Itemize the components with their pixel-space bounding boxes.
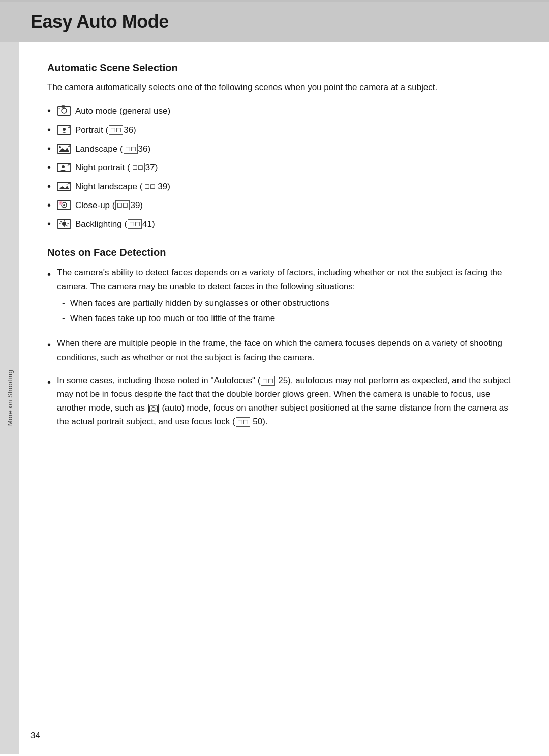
sub-list-item: When faces take up too much or too littl… xyxy=(62,312,518,325)
landscape-ref: ◻◻ xyxy=(124,144,138,154)
svg-line-24 xyxy=(61,221,62,222)
face-detect-text-1: The camera's ability to detect faces dep… xyxy=(57,266,518,293)
list-item: ★ Night portrait (◻◻ 37) xyxy=(47,160,518,175)
night-portrait-icon: ★ xyxy=(57,162,71,173)
face-detection-section: Notes on Face Detection The camera's abi… xyxy=(47,247,518,428)
closeup-ref: ◻◻ xyxy=(115,200,130,210)
night-portrait-ref: ◻◻ xyxy=(131,163,145,172)
autofocus-ref-icon: ◻◻ xyxy=(261,376,275,386)
backlighting-ref: ◻◻ xyxy=(128,219,142,229)
svg-point-16 xyxy=(63,204,65,206)
list-item: ★ Landscape (◻◻ 36) xyxy=(47,141,518,156)
backlighting-label: Backlighting ( xyxy=(75,218,127,231)
page-title: Easy Auto Mode xyxy=(30,11,518,33)
sidebar: More on Shooting xyxy=(0,42,19,754)
header-bar: Easy Auto Mode xyxy=(0,2,549,42)
svg-point-10 xyxy=(62,165,65,168)
portrait-page: 36) xyxy=(124,124,136,137)
scene-list: Auto mode (general use) ★ Portrait (◻◻ 3… xyxy=(47,103,518,231)
svg-point-27 xyxy=(152,407,155,410)
svg-line-25 xyxy=(67,225,68,226)
list-item: Backlighting (◻◻ 41) xyxy=(47,216,518,231)
list-item: ★ Night landscape (◻◻ 39) xyxy=(47,179,518,194)
content-area: More on Shooting Automatic Scene Selecti… xyxy=(0,42,549,754)
automatic-scene-title: Automatic Scene Selection xyxy=(47,62,518,74)
intro-text: The camera automatically selects one of … xyxy=(47,81,518,94)
night-landscape-page: 39) xyxy=(158,180,170,193)
sub-list-item: When faces are partially hidden by sungl… xyxy=(62,297,518,310)
portrait-icon: ★ xyxy=(57,124,71,135)
camera-inline-icon xyxy=(148,404,159,413)
svg-rect-26 xyxy=(149,406,157,412)
list-item: 🌸 Close-up (◻◻ 39) xyxy=(47,197,518,213)
svg-point-4 xyxy=(63,128,66,131)
face-detect-text-2: When there are multiple people in the fr… xyxy=(57,336,518,364)
main-content: Automatic Scene Selection The camera aut… xyxy=(19,42,549,754)
night-landscape-label: Night landscape ( xyxy=(75,180,142,193)
face-detection-list: The camera's ability to detect faces dep… xyxy=(47,266,518,428)
backlighting-page: 41) xyxy=(142,218,155,231)
backlighting-icon xyxy=(57,218,71,229)
closeup-icon: 🌸 xyxy=(57,199,71,211)
face-detection-title: Notes on Face Detection xyxy=(47,247,518,258)
auto-mode-label: Auto mode (general use) xyxy=(75,105,170,118)
svg-point-19 xyxy=(62,222,66,226)
list-item: The camera's ability to detect faces dep… xyxy=(47,266,518,327)
svg-point-1 xyxy=(62,108,67,113)
night-landscape-ref: ◻◻ xyxy=(143,182,157,191)
portrait-label: Portrait ( xyxy=(75,124,108,137)
sub-item-text: When faces take up too much or too littl… xyxy=(70,312,275,325)
landscape-label: Landscape ( xyxy=(75,142,123,156)
automatic-scene-section: Automatic Scene Selection The camera aut… xyxy=(47,62,518,231)
landscape-icon: ★ xyxy=(57,143,71,154)
svg-point-7 xyxy=(59,146,61,148)
night-landscape-icon: ★ xyxy=(57,181,71,192)
sidebar-label: More on Shooting xyxy=(6,370,14,426)
sub-item-text: When faces are partially hidden by sungl… xyxy=(70,297,329,310)
focus-lock-ref-icon: ◻◻ xyxy=(236,417,250,427)
page: Easy Auto Mode More on Shooting Automati… xyxy=(0,0,549,756)
portrait-ref: ◻◻ xyxy=(109,125,123,135)
auto-mode-icon xyxy=(57,105,71,117)
night-portrait-label: Night portrait ( xyxy=(75,161,130,175)
svg-text:🌸: 🌸 xyxy=(58,200,63,205)
closeup-page: 39) xyxy=(130,199,143,212)
list-item: Auto mode (general use) xyxy=(47,103,518,119)
night-portrait-page: 37) xyxy=(145,161,158,175)
landscape-page: 36) xyxy=(138,142,151,156)
list-item: ★ Portrait (◻◻ 36) xyxy=(47,122,518,137)
closeup-label: Close-up ( xyxy=(75,199,115,212)
list-item: In some cases, including those noted in … xyxy=(47,373,518,429)
face-detect-item-1: The camera's ability to detect faces dep… xyxy=(57,266,518,327)
page-number: 34 xyxy=(30,731,40,741)
face-detect-text-3: In some cases, including those noted in … xyxy=(57,373,518,429)
list-item: When there are multiple people in the fr… xyxy=(47,336,518,364)
face-detect-sublist: When faces are partially hidden by sungl… xyxy=(57,297,518,326)
